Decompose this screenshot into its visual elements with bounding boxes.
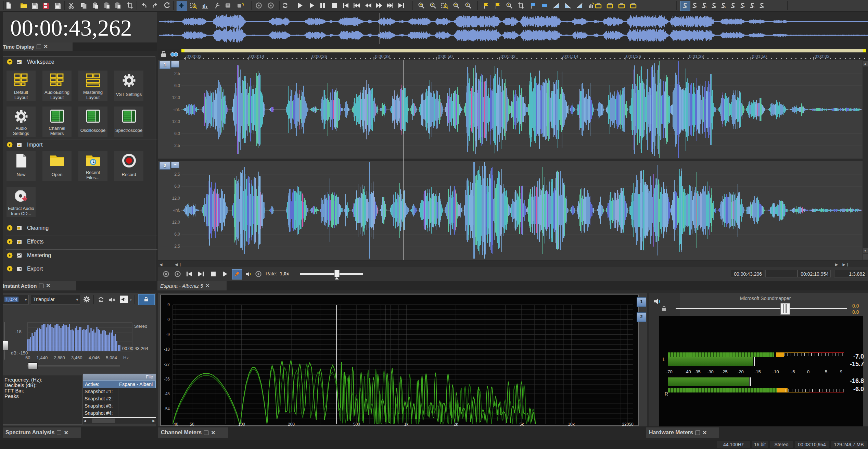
svg-text:-9: -9	[166, 332, 170, 337]
svg-text:0:00:02: 0:00:02	[187, 54, 201, 59]
svg-text:0:01:26: 0:01:26	[626, 54, 641, 59]
svg-text:0:01:14: 0:01:14	[563, 54, 578, 59]
svg-text:40: 40	[174, 422, 178, 426]
svg-text:500: 500	[353, 422, 360, 426]
svg-text:9: 9	[762, 5, 764, 9]
svg-text:-18: -18	[164, 347, 170, 352]
svg-text:?: ?	[242, 2, 244, 7]
svg-text:3: 3	[705, 5, 706, 9]
svg-text:50: 50	[190, 422, 194, 426]
svg-text:-45: -45	[164, 391, 170, 396]
svg-text:0: 0	[167, 317, 170, 322]
svg-text:1: 1	[686, 5, 687, 9]
svg-text:22050: 22050	[622, 422, 634, 426]
svg-text:2: 2	[695, 5, 697, 9]
svg-text:-36: -36	[164, 377, 170, 382]
svg-text:9: 9	[167, 302, 170, 307]
svg-text:0:00:50: 0:00:50	[438, 54, 452, 59]
svg-text:100: 100	[238, 422, 245, 426]
svg-text:2k: 2k	[454, 422, 459, 426]
svg-text:5: 5	[724, 5, 726, 9]
svg-text:0:00:26: 0:00:26	[312, 54, 327, 59]
svg-text:5k: 5k	[520, 422, 524, 426]
svg-text:0:02:02: 0:02:02	[815, 54, 829, 59]
svg-text:4: 4	[714, 5, 716, 9]
svg-text:200: 200	[288, 422, 295, 426]
svg-text:0:00:14: 0:00:14	[250, 54, 264, 59]
svg-text:6: 6	[733, 5, 735, 9]
svg-text:7: 7	[743, 5, 745, 9]
svg-text:8: 8	[753, 5, 754, 9]
svg-text:0:01:02: 0:01:02	[501, 54, 515, 59]
svg-text:-54: -54	[164, 407, 170, 411]
svg-text:10k: 10k	[568, 422, 575, 426]
svg-text:-27: -27	[164, 362, 170, 367]
svg-text:0:00:38: 0:00:38	[375, 54, 390, 59]
svg-text:0:01:50: 0:01:50	[752, 54, 767, 59]
svg-text:1k: 1k	[404, 422, 409, 426]
svg-text:0:01:38: 0:01:38	[689, 54, 704, 59]
